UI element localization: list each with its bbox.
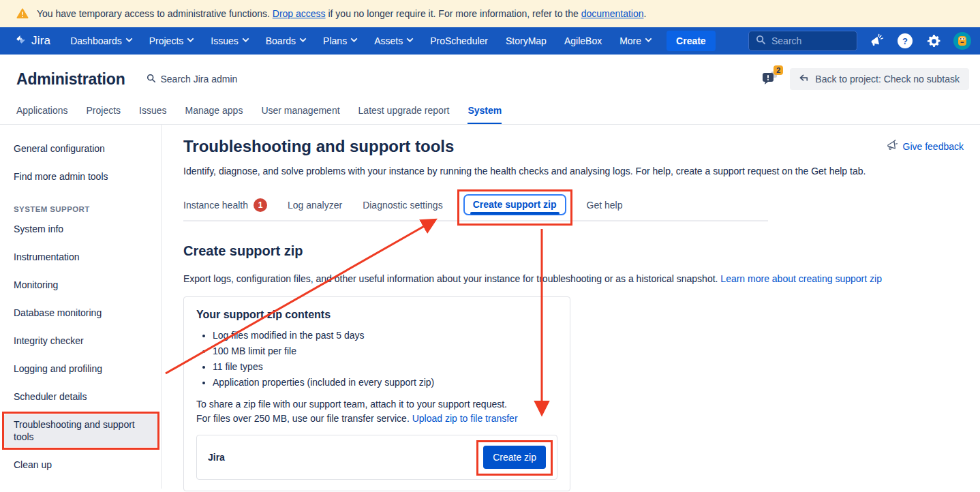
help-icon[interactable]: ? [895,31,915,50]
sidebar-item-monitoring[interactable]: Monitoring [0,275,161,295]
user-avatar[interactable] [953,31,972,50]
back-to-project-button[interactable]: Back to project: Check no subtask [790,68,969,90]
svg-text:?: ? [902,36,908,46]
admin-tab-bar: Applications Projects Issues Manage apps… [0,101,980,125]
page-description: Identify, diagnose, and solve problems w… [183,164,964,178]
tab-system[interactable]: System [468,101,502,124]
jira-logo[interactable]: Jira [11,33,60,49]
card-heading: Your support zip contents [196,309,557,321]
tab-applications[interactable]: Applications [16,101,68,124]
documentation-link[interactable]: documentation [581,8,644,19]
nav-item-storymap[interactable]: StoryMap [498,31,554,50]
admin-access-banner: You have temporary access to administrat… [0,0,980,27]
warning-icon [16,8,29,19]
notifications-icon[interactable]: 2 [761,70,782,88]
chevron-down-icon [645,35,652,42]
nav-item-boards[interactable]: Boards [258,31,313,50]
tab-projects[interactable]: Projects [87,101,121,124]
sidebar-item-system-info[interactable]: System info [0,219,161,239]
learn-more-link[interactable]: Learn more about creating support zip [720,273,882,284]
megaphone-icon [886,140,898,153]
chevron-down-icon [407,35,414,42]
navbar-right: ? [748,31,972,51]
list-item: Application properties (included in ever… [213,376,557,388]
return-arrow-icon [799,74,810,84]
jira-logo-icon [14,33,27,49]
tab-issues[interactable]: Issues [139,101,166,124]
search-icon [147,74,156,85]
tab-instance-health[interactable]: Instance health 1 [183,193,267,220]
tab-get-help[interactable]: Get help [587,194,623,219]
sidebar-item-database-monitoring[interactable]: Database monitoring [0,303,161,323]
chevron-down-icon [187,35,194,42]
settings-gear-icon[interactable] [924,31,943,50]
page-title: Administration [16,70,125,89]
active-tab-focus-ring: Create support zip [463,194,566,215]
tab-user-management[interactable]: User management [261,101,339,124]
list-item: Log files modified in the past 5 days [213,329,557,341]
announcement-icon[interactable] [867,31,886,50]
upload-zip-link[interactable]: Upload zip to file transfer [412,413,518,424]
support-zip-card: Your support zip contents Log files modi… [183,296,570,491]
share-instructions: To share a zip file with our support tea… [196,397,557,426]
sidebar-item-instrumentation[interactable]: Instrumentation [0,247,161,267]
notification-count-badge: 2 [774,65,783,75]
nav-item-proscheduler[interactable]: ProScheduler [423,31,495,50]
sidebar-section-system-support: SYSTEM SUPPORT [0,194,161,219]
tab-log-analyzer[interactable]: Log analyzer [288,194,342,219]
section-heading: Create support zip [183,243,964,259]
banner-text: You have temporary access to administrat… [37,8,646,19]
main-nav: Dashboards Projects Issues Boards Plans … [63,31,658,50]
list-item: 100 MB limit per file [213,345,557,357]
admin-header: Administration Search Jira admin 2 Back … [0,55,980,101]
global-search[interactable] [748,31,857,51]
sidebar-item-troubleshooting-and-support-tools[interactable]: Troubleshooting and support tools [4,414,158,447]
jira-zip-row: Jira Create zip [196,435,557,480]
tab-latest-upgrade-report[interactable]: Latest upgrade report [358,101,450,124]
active-tab-indicator [470,212,560,215]
search-input[interactable] [771,35,846,46]
nav-item-more[interactable]: More [612,31,658,50]
top-navbar: Jira Dashboards Projects Issues Boards P… [0,27,980,55]
product-name: Jira [208,452,225,463]
tab-create-support-zip[interactable]: Create support zip [463,194,566,219]
admin-header-right: 2 Back to project: Check no subtask [761,68,969,90]
create-button[interactable]: Create [667,31,716,51]
system-sidebar: General configuration Find more admin to… [0,125,162,489]
sidebar-item-scheduler-details[interactable]: Scheduler details [0,386,161,407]
chevron-down-icon [300,35,307,42]
main-panel: Troubleshooting and support tools Give f… [162,125,980,489]
nav-item-projects[interactable]: Projects [142,31,201,50]
give-feedback-link[interactable]: Give feedback [886,140,964,153]
nav-item-issues[interactable]: Issues [203,31,255,50]
page-heading: Troubleshooting and support tools [183,137,454,156]
tool-tab-bar: Instance health 1 Log analyzer Diagnosti… [183,193,768,221]
section-description: Export logs, configuration files, and ot… [183,272,964,286]
sidebar-item-logging-and-profiling[interactable]: Logging and profiling [0,358,161,379]
sidebar-item-find-more-admin-tools[interactable]: Find more admin tools [0,166,161,187]
tab-diagnostic-settings[interactable]: Diagnostic settings [363,194,443,219]
create-zip-button[interactable]: Create zip [483,446,546,469]
chevron-down-icon [125,35,132,42]
nav-item-dashboards[interactable]: Dashboards [63,31,139,50]
nav-item-assets[interactable]: Assets [367,31,420,50]
nav-item-plans[interactable]: Plans [316,31,364,50]
nav-item-agilebox[interactable]: AgileBox [557,31,609,50]
sidebar-item-general-configuration[interactable]: General configuration [0,138,161,159]
drop-access-link[interactable]: Drop access [273,8,326,19]
content-area: General configuration Find more admin to… [0,125,980,489]
instance-health-badge: 1 [254,198,267,212]
sidebar-item-audit-log[interactable]: Audit log [0,482,161,489]
list-item: 11 file types [213,360,557,373]
tab-manage-apps[interactable]: Manage apps [185,101,243,124]
chevron-down-icon [351,35,358,42]
sidebar-item-integrity-checker[interactable]: Integrity checker [0,330,161,351]
sidebar-item-clean-up[interactable]: Clean up [0,455,161,475]
search-icon [756,35,766,47]
chevron-down-icon [242,35,249,42]
admin-search[interactable]: Search Jira admin [147,74,237,85]
zip-contents-list: Log files modified in the past 5 days 10… [213,329,557,388]
